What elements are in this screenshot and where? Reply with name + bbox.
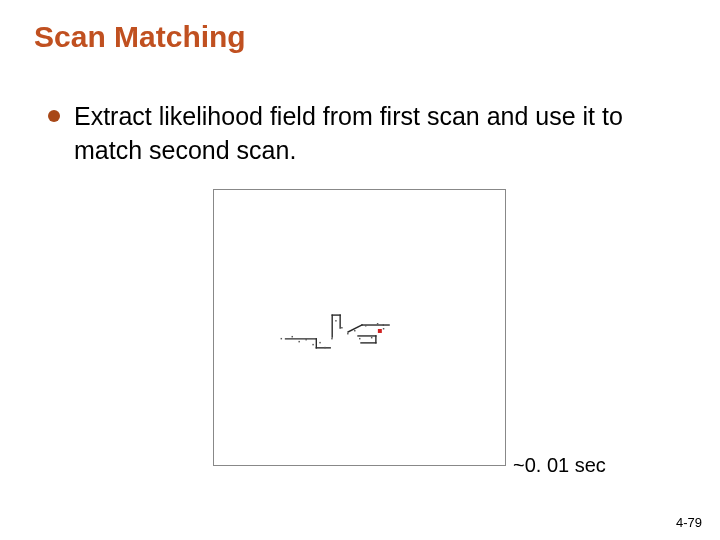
svg-rect-13 [281,338,282,339]
slide-title: Scan Matching [34,20,246,54]
svg-rect-23 [347,333,348,334]
figure-caption: ~0. 01 sec [513,454,606,477]
svg-rect-25 [359,338,360,339]
bullet-dot-icon [48,110,60,122]
svg-rect-15 [298,341,299,342]
svg-rect-12 [378,329,382,333]
bullet-item: Extract likelihood field from first scan… [48,100,680,168]
svg-rect-28 [377,323,378,324]
svg-rect-18 [319,342,320,343]
svg-rect-26 [365,325,366,326]
scan-figure-svg [214,190,505,465]
bullet-text: Extract likelihood field from first scan… [74,100,680,168]
scan-figure [213,189,506,466]
svg-rect-19 [324,347,325,348]
svg-rect-22 [341,327,342,328]
svg-rect-21 [335,320,336,321]
svg-rect-17 [312,344,313,345]
svg-rect-27 [371,337,372,338]
svg-rect-20 [331,338,332,339]
svg-rect-16 [305,339,306,340]
svg-rect-24 [354,330,355,331]
svg-rect-29 [383,328,384,329]
svg-rect-14 [291,336,292,337]
page-number: 4-79 [676,515,702,530]
